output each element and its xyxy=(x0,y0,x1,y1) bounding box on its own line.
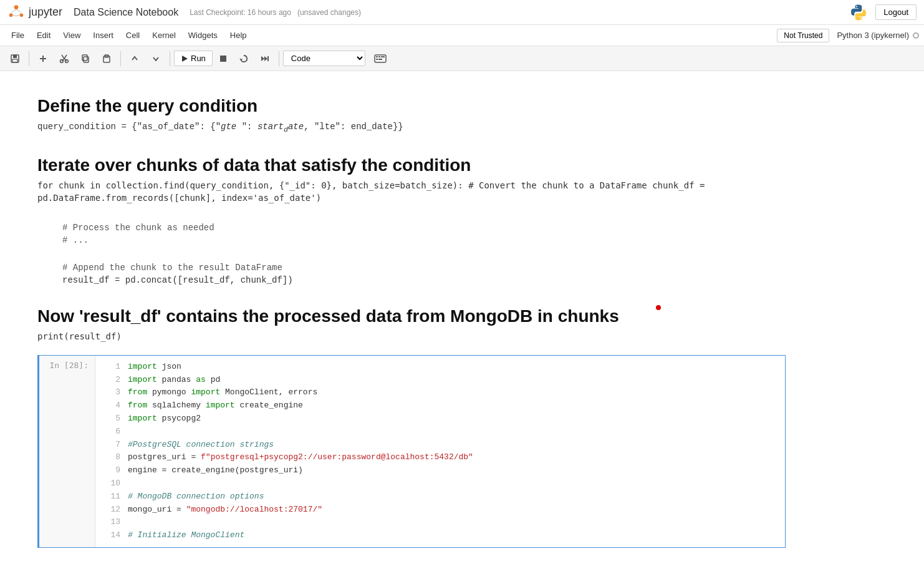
fast-forward-button[interactable] xyxy=(255,51,275,67)
jupyter-logo-icon xyxy=(7,4,25,21)
arrow-down-icon xyxy=(151,54,161,64)
section2-heading: Iterate over chunks of data that satisfy… xyxy=(37,155,786,175)
topbar-left: jupyter Data Science Notebook Last Check… xyxy=(7,4,361,21)
cell-type-select[interactable]: Code Markdown Raw NBConvert xyxy=(283,51,365,66)
restart-icon xyxy=(239,54,249,64)
notebook: Define the query condition query_conditi… xyxy=(0,71,823,565)
menu-view[interactable]: View xyxy=(57,28,87,42)
code-line-2: 2 import pandas as pd xyxy=(103,374,777,387)
svg-rect-19 xyxy=(220,56,226,62)
logout-button[interactable]: Logout xyxy=(875,4,917,20)
section2-comment1: # Process the chunk as needed xyxy=(62,223,786,233)
scissors-icon xyxy=(59,54,69,64)
section1-code: query_condition = {"as_of_date": {"gte "… xyxy=(37,121,786,134)
topbar: jupyter Data Science Notebook Last Check… xyxy=(0,0,924,25)
menu-help[interactable]: Help xyxy=(224,28,253,42)
code-line-12: 12 mongo_uri = "mongodb://localhost:2701… xyxy=(103,504,777,517)
code-line-3: 3 from pymongo import MongoClient, error… xyxy=(103,386,777,399)
toolbar-divider-2 xyxy=(120,51,121,66)
code-line-4: 4 from sqlalchemy import create_engine xyxy=(103,399,777,412)
svg-point-0 xyxy=(14,5,19,9)
stop-icon xyxy=(219,54,228,63)
stop-button[interactable] xyxy=(214,51,233,66)
svg-rect-27 xyxy=(376,59,378,60)
plus-icon xyxy=(38,54,48,64)
section3-heading: Now 'result_df' contains the processed d… xyxy=(37,306,786,326)
kernel-info: Python 3 (ipykernel) xyxy=(837,31,919,40)
red-dot-indicator xyxy=(656,305,661,310)
svg-point-1 xyxy=(20,13,24,17)
svg-marker-20 xyxy=(261,56,264,61)
add-cell-button[interactable] xyxy=(33,51,53,67)
section2-code2: pd.DataFrame.from_records([chunk], index… xyxy=(37,193,786,203)
run-button[interactable]: Run xyxy=(174,51,213,66)
restart-button[interactable] xyxy=(234,51,254,67)
code-line-13: 13 xyxy=(103,516,777,529)
menu-edit[interactable]: Edit xyxy=(31,28,57,42)
fast-forward-icon xyxy=(260,54,270,64)
toolbar: Run Code Markdown Raw NBConvert xyxy=(0,46,924,71)
menubar: File Edit View Insert Cell Kernel Widget… xyxy=(0,25,924,46)
cell-input[interactable]: 1 import json 2 import pandas as pd 3 fr… xyxy=(95,356,785,547)
section3-print: print(result_df) xyxy=(37,331,786,341)
code-line-6: 6 xyxy=(103,426,777,439)
code-line-8: 8 postgres_uri = f"postgresql+psycopg2:/… xyxy=(103,451,777,464)
move-down-button[interactable] xyxy=(146,51,166,67)
section2-comment2: # ... xyxy=(62,235,786,245)
markdown-cell-2: Iterate over chunks of data that satisfy… xyxy=(37,143,786,294)
toolbar-divider-4 xyxy=(279,51,279,66)
paste-icon xyxy=(102,54,112,64)
svg-marker-18 xyxy=(182,56,188,62)
keyboard-shortcuts-button[interactable] xyxy=(369,51,392,67)
save-button[interactable] xyxy=(5,51,25,67)
svg-line-13 xyxy=(64,55,67,59)
menu-insert[interactable]: Insert xyxy=(87,28,120,42)
section1-heading: Define the query condition xyxy=(37,96,786,116)
menu-kernel[interactable]: Kernel xyxy=(146,28,182,42)
run-icon xyxy=(181,55,188,62)
svg-rect-4 xyxy=(13,55,17,58)
section2-concat: result_df = pd.concat([result_df, chunk_… xyxy=(62,275,786,285)
code-line-10: 10 xyxy=(103,477,777,490)
jupyter-brand-text: jupyter xyxy=(29,6,62,19)
svg-rect-29 xyxy=(383,56,385,57)
jupyter-logo: jupyter xyxy=(7,4,62,21)
toolbar-divider-3 xyxy=(170,51,170,66)
svg-rect-15 xyxy=(82,55,87,61)
cut-button[interactable] xyxy=(54,51,74,67)
notebook-title[interactable]: Data Science Notebook xyxy=(74,7,178,18)
checkpoint-info: Last Checkpoint: 16 hours ago (unsaved c… xyxy=(190,8,361,17)
code-line-14: 14 # Initialize MongoClient xyxy=(103,529,777,542)
section2-comment3: # Append the chunk to the result DataFra… xyxy=(62,263,786,273)
copy-button[interactable] xyxy=(75,51,95,67)
markdown-cell-1: Define the query condition query_conditi… xyxy=(37,84,786,143)
kernel-status-circle xyxy=(913,32,919,39)
markdown-cell-3: Now 'result_df' contains the processed d… xyxy=(37,294,786,350)
save-icon xyxy=(10,54,20,64)
code-line-9: 9 engine = create_engine(postgres_uri) xyxy=(103,464,777,477)
move-up-button[interactable] xyxy=(125,51,145,67)
menu-widgets[interactable]: Widgets xyxy=(182,28,224,42)
section2-code1: for chunk in collection.find(query_condi… xyxy=(37,180,786,190)
paste-button[interactable] xyxy=(97,51,117,67)
svg-rect-25 xyxy=(378,56,380,57)
python-logo-icon xyxy=(849,3,868,22)
menu-file[interactable]: File xyxy=(5,28,31,42)
svg-rect-24 xyxy=(376,56,378,57)
cell-prompt: In [28]: xyxy=(39,356,95,547)
svg-line-12 xyxy=(62,55,64,59)
code-cell-28: In [28]: 1 import json 2 import pandas a… xyxy=(37,355,786,548)
code-line-7: 7 #PostgreSQL connection strings xyxy=(103,439,777,452)
svg-rect-14 xyxy=(84,57,89,62)
code-line-1: 1 import json xyxy=(103,361,777,374)
main-content: Define the query condition query_conditi… xyxy=(0,71,924,579)
svg-rect-28 xyxy=(378,59,382,60)
svg-rect-26 xyxy=(381,56,383,57)
svg-marker-21 xyxy=(264,56,267,61)
not-trusted-button[interactable]: Not Trusted xyxy=(777,29,829,42)
keyboard-icon xyxy=(374,54,387,64)
menu-cell[interactable]: Cell xyxy=(120,28,146,42)
menubar-right: Not Trusted Python 3 (ipykernel) xyxy=(777,29,919,42)
code-line-11: 11 # MongoDB connection options xyxy=(103,490,777,504)
toolbar-divider-1 xyxy=(29,51,29,66)
